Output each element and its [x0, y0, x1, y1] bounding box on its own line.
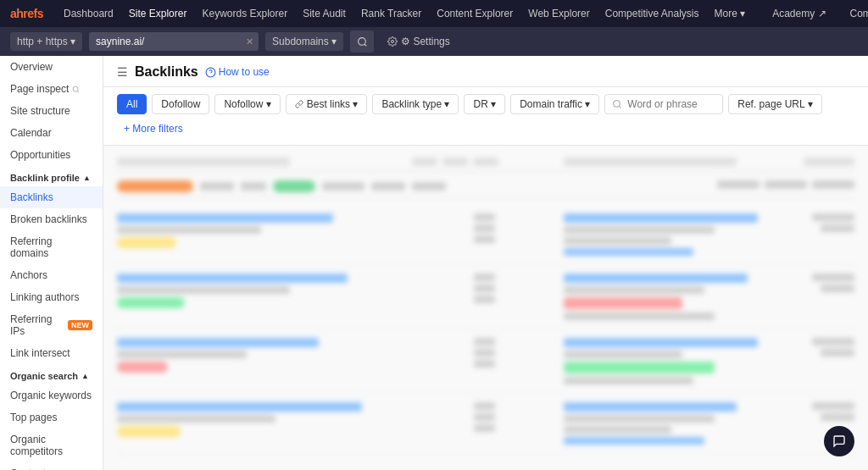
nav-dashboard[interactable]: Dashboard: [57, 4, 120, 23]
url-clear-button[interactable]: ✕: [246, 36, 253, 47]
hamburger-icon[interactable]: ☰: [117, 65, 128, 79]
filter-ref-page-url-button[interactable]: Ref. page URL ▾: [728, 94, 821, 114]
top-navigation: ahrefs Dashboard Site Explorer Keywords …: [0, 0, 868, 27]
nav-site-audit[interactable]: Site Audit: [296, 4, 353, 23]
filter-best-links-button[interactable]: Best links ▾: [286, 94, 368, 114]
sidebar-item-linking-authors[interactable]: Linking authors: [0, 286, 103, 308]
keyword-search-input[interactable]: [627, 98, 712, 110]
sidebar: Overview Page inspect Site structure Cal…: [0, 56, 103, 470]
sidebar-item-site-structure[interactable]: Site structure: [0, 100, 103, 122]
nav-more[interactable]: More ▾: [707, 4, 752, 23]
nav-keywords-explorer[interactable]: Keywords Explorer: [195, 4, 294, 23]
filter-bar: All Dofollow Nofollow ▾ Best links ▾ Bac…: [103, 87, 868, 146]
svg-line-2: [364, 44, 366, 46]
nav-academy[interactable]: Academy ↗: [765, 4, 832, 23]
sidebar-item-referring-domains[interactable]: Referring domains: [0, 230, 103, 264]
blur-overlay: [103, 146, 868, 470]
sidebar-section-backlink-profile[interactable]: Backlink profile ▲: [0, 166, 103, 186]
sidebar-section-organic-search[interactable]: Organic search ▲: [0, 364, 103, 384]
filter-search-input-wrap: [604, 94, 723, 114]
sidebar-item-overview[interactable]: Overview: [0, 56, 103, 78]
second-navigation: http + https ▾ ✕ Subdomains ▾ ⚙ Settings: [0, 27, 868, 56]
sidebar-item-referring-ips[interactable]: Referring IPs NEW: [0, 308, 103, 342]
content-area: ☰ Backlinks How to use All Dofollow Nofo…: [103, 56, 868, 470]
svg-line-5: [78, 91, 80, 92]
sidebar-item-broken-backlinks[interactable]: Broken backlinks: [0, 208, 103, 230]
sidebar-item-organic-keywords[interactable]: Organic keywords: [0, 384, 103, 406]
svg-point-3: [392, 41, 394, 43]
filter-domain-traffic-button[interactable]: Domain traffic ▾: [510, 94, 599, 114]
section-arrow-organic: ▲: [81, 372, 89, 380]
section-arrow: ▲: [83, 174, 91, 182]
filter-dofollow-button[interactable]: Dofollow: [152, 94, 209, 114]
svg-point-1: [358, 37, 365, 45]
main-layout: Overview Page inspect Site structure Cal…: [0, 56, 868, 470]
settings-button[interactable]: ⚙ Settings: [381, 32, 457, 51]
new-badge: NEW: [68, 320, 92, 330]
nav-items: Dashboard Site Explorer Keywords Explore…: [57, 4, 752, 23]
nav-community[interactable]: Community ↗: [843, 4, 868, 23]
sidebar-item-top-pages[interactable]: Top pages: [0, 406, 103, 429]
page-title-row: ☰ Backlinks How to use: [117, 64, 854, 80]
sidebar-item-anchors[interactable]: Anchors: [0, 264, 103, 286]
page-header: ☰ Backlinks How to use: [103, 56, 868, 87]
svg-line-9: [620, 106, 621, 108]
filter-backlink-type-button[interactable]: Backlink type ▾: [372, 94, 459, 114]
nav-web-explorer[interactable]: Web Explorer: [521, 4, 596, 23]
subdomain-selector[interactable]: Subdomains ▾: [265, 32, 343, 51]
sidebar-item-link-intersect[interactable]: Link intersect: [0, 342, 103, 364]
url-input-wrap: ✕: [89, 32, 259, 51]
sidebar-item-content-gap[interactable]: Content gap: [0, 462, 103, 470]
blurred-content: [103, 146, 868, 470]
filter-all-button[interactable]: All: [117, 94, 147, 114]
more-filters-button[interactable]: + More filters: [117, 119, 190, 138]
sidebar-item-page-inspect[interactable]: Page inspect: [0, 78, 103, 100]
nav-competitive-analysis[interactable]: Competitive Analysis: [598, 4, 706, 23]
nav-content-explorer[interactable]: Content Explorer: [430, 4, 520, 23]
filter-dr-button[interactable]: DR ▾: [464, 94, 505, 114]
page-title: Backlinks: [135, 64, 198, 80]
sidebar-item-backlinks[interactable]: Backlinks: [0, 186, 103, 208]
search-button[interactable]: [350, 30, 374, 53]
sidebar-item-organic-competitors[interactable]: Organic competitors: [0, 429, 103, 462]
logo[interactable]: ahrefs: [10, 7, 43, 20]
sidebar-item-calendar[interactable]: Calendar: [0, 122, 103, 144]
chat-bubble-icon[interactable]: [824, 426, 854, 456]
filter-nofollow-button[interactable]: Nofollow ▾: [214, 94, 280, 114]
nav-right: Academy ↗ Community ↗ Ruben Bilbulyan ▾ …: [765, 1, 868, 26]
url-input[interactable]: [89, 32, 259, 51]
how-to-use-link[interactable]: How to use: [205, 66, 270, 78]
svg-point-4: [74, 86, 79, 91]
svg-point-8: [614, 101, 620, 108]
sidebar-item-opportunities[interactable]: Opportunities: [0, 144, 103, 166]
nav-site-explorer[interactable]: Site Explorer: [122, 4, 194, 23]
nav-rank-tracker[interactable]: Rank Tracker: [354, 4, 428, 23]
protocol-selector[interactable]: http + https ▾: [10, 32, 82, 51]
